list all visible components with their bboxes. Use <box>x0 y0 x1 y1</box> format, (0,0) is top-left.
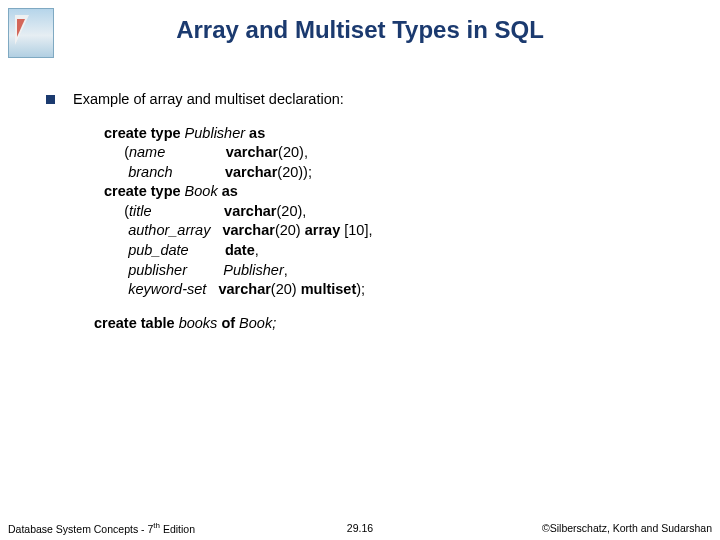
space <box>104 222 128 238</box>
kw: varchar <box>218 281 270 297</box>
ident: books <box>179 315 222 331</box>
ident: Book <box>185 183 222 199</box>
space <box>187 262 223 278</box>
punct: (20), <box>278 144 308 160</box>
kw: varchar <box>222 222 274 238</box>
space <box>152 203 225 219</box>
bullet-item: Example of array and multiset declaratio… <box>46 90 680 110</box>
code-line: (title varchar(20), <box>104 202 680 222</box>
kw: varchar <box>224 203 276 219</box>
kw: as <box>222 183 238 199</box>
kw: varchar <box>226 144 278 160</box>
punct: (20) <box>275 222 305 238</box>
space <box>206 281 218 297</box>
ident: Publisher <box>223 262 283 278</box>
ident: branch <box>128 164 172 180</box>
punct: [10], <box>344 222 372 238</box>
code-line: keyword-set varchar(20) multiset); <box>104 280 680 300</box>
slide: Array and Multiset Types in SQL Example … <box>0 0 720 540</box>
punct: (20)); <box>277 164 312 180</box>
space <box>104 242 128 258</box>
slide-body: Example of array and multiset declaratio… <box>46 90 680 333</box>
kw: multiset <box>301 281 357 297</box>
ident: name <box>129 144 165 160</box>
kw: varchar <box>225 164 277 180</box>
space <box>104 164 128 180</box>
space <box>189 242 225 258</box>
punct: (20), <box>276 203 306 219</box>
code-line: publisher Publisher, <box>104 261 680 281</box>
kw: date <box>225 242 255 258</box>
code-line: create type Publisher as <box>104 124 680 144</box>
code-line: branch varchar(20)); <box>104 163 680 183</box>
kw: of <box>221 315 239 331</box>
bullet-text: Example of array and multiset declaratio… <box>73 90 344 110</box>
footer-right: ©Silberschatz, Korth and Sudarshan <box>542 522 712 534</box>
ident: pub_date <box>128 242 188 258</box>
code-block-1: create type Publisher as (name varchar(2… <box>104 124 680 300</box>
kw: create type <box>104 183 185 199</box>
space <box>173 164 225 180</box>
punct: ( <box>104 203 129 219</box>
kw: array <box>305 222 345 238</box>
code-line: author_array varchar(20) array [10], <box>104 221 680 241</box>
space <box>210 222 222 238</box>
ident: author_array <box>128 222 210 238</box>
code-line: create table books of Book; <box>94 314 680 334</box>
ident: Publisher <box>185 125 249 141</box>
slide-footer: Database System Concepts - 7th Edition 2… <box>0 516 720 536</box>
bullet-icon <box>46 95 55 104</box>
slide-title: Array and Multiset Types in SQL <box>0 16 720 44</box>
space <box>165 144 225 160</box>
punct: , <box>255 242 259 258</box>
punct: ( <box>104 144 129 160</box>
kw: create type <box>104 125 185 141</box>
code-line: (name varchar(20), <box>104 143 680 163</box>
kw: as <box>249 125 265 141</box>
code-line: create type Book as <box>104 182 680 202</box>
code-line: pub_date date, <box>104 241 680 261</box>
punct: (20) <box>271 281 301 297</box>
ident: title <box>129 203 152 219</box>
space <box>104 262 128 278</box>
ident: publisher <box>128 262 187 278</box>
ident: Book; <box>239 315 276 331</box>
kw: create table <box>94 315 179 331</box>
space <box>104 281 128 297</box>
ident: keyword-set <box>128 281 206 297</box>
code-block-2: create table books of Book; <box>94 314 680 334</box>
punct: , <box>284 262 288 278</box>
punct: ); <box>356 281 365 297</box>
